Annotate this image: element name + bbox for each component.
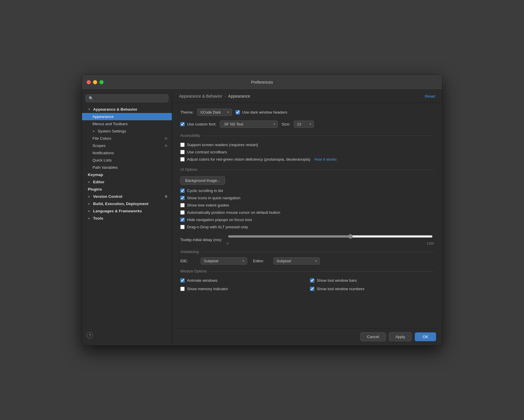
- sidebar-item-plugins[interactable]: Plugins: [82, 186, 172, 193]
- copy-icon: ⧉: [165, 137, 167, 140]
- sidebar: 🔍 Appearance & Behavior Appearance Menus…: [82, 90, 172, 345]
- dark-headers-checkbox[interactable]: [236, 110, 240, 114]
- sidebar-item-appearance[interactable]: Appearance: [82, 113, 172, 120]
- sidebar-item-notifications[interactable]: Notifications: [82, 149, 172, 157]
- color-deficiency-checkbox[interactable]: [180, 157, 185, 161]
- show-memory-checkbox[interactable]: [180, 287, 185, 291]
- font-row: Use custom font: .SF NS Text Size: 13 11…: [180, 121, 434, 128]
- sidebar-item-label: Languages & Frameworks: [93, 209, 142, 213]
- font-size-select-wrapper: 13 11 12 14 16: [294, 121, 314, 128]
- sidebar-item-system-settings[interactable]: System Settings: [82, 128, 172, 135]
- sidebar-item-menus-toolbars[interactable]: Menus and Toolbars: [82, 120, 172, 128]
- preferences-window: Preferences 🔍 Appearance & Behavior Appe…: [82, 74, 442, 346]
- tree-indent-guides-label: Show tree indent guides: [187, 203, 229, 207]
- color-deficiency-label: Adjust colors for red-green vision defic…: [187, 157, 310, 161]
- breadcrumb-separator: ›: [224, 94, 226, 98]
- sidebar-item-languages-frameworks[interactable]: Languages & Frameworks: [82, 207, 172, 215]
- accessibility-header-text: Accessibility: [180, 134, 200, 138]
- ui-options-section-header: UI Options: [180, 168, 434, 172]
- sidebar-item-file-colors[interactable]: File Colors ⧉: [82, 135, 172, 142]
- font-size-select[interactable]: 13 11 12 14 16: [294, 121, 314, 128]
- icons-quick-nav-label: Show icons in quick navigation: [187, 196, 240, 200]
- dark-headers-row[interactable]: Use dark window headers: [236, 110, 287, 114]
- reset-button[interactable]: Reset: [425, 94, 435, 98]
- sidebar-item-editor[interactable]: Editor: [82, 178, 172, 186]
- contrast-scrollbars-row: Use contrast scrollbars: [180, 148, 434, 156]
- font-select[interactable]: .SF NS Text: [220, 121, 278, 128]
- window-options-grid: Animate windows Show tool window bars Sh…: [180, 277, 434, 292]
- breadcrumb-current: Appearance: [228, 94, 250, 98]
- main-panel: Appearance & Behavior › Appearance Reset…: [172, 90, 442, 345]
- sidebar-item-path-variables[interactable]: Path Variables: [82, 164, 172, 171]
- cancel-button[interactable]: Cancel: [360, 332, 386, 341]
- apply-button[interactable]: Apply: [389, 332, 412, 341]
- window-title: Preferences: [251, 80, 273, 85]
- sidebar-item-quick-lists[interactable]: Quick Lists: [82, 157, 172, 164]
- sidebar-item-appearance-behavior[interactable]: Appearance & Behavior: [82, 106, 172, 113]
- color-deficiency-row: Adjust colors for red-green vision defic…: [180, 156, 434, 163]
- editor-aa-select[interactable]: Subpixel Greyscale None: [273, 257, 320, 265]
- screen-readers-checkbox[interactable]: [180, 143, 185, 147]
- minimize-button[interactable]: [93, 80, 97, 84]
- background-image-button[interactable]: Background Image...: [180, 176, 225, 185]
- cyclic-scrolling-row: Cyclic scrolling in list: [180, 187, 434, 194]
- icons-quick-nav-row: Show icons in quick navigation: [180, 194, 434, 202]
- section-divider: [210, 271, 434, 272]
- custom-font-row[interactable]: Use custom font:: [180, 122, 216, 126]
- contrast-scrollbars-checkbox[interactable]: [180, 150, 185, 154]
- contrast-scrollbars-label: Use contrast scrollbars: [187, 150, 227, 154]
- hide-nav-popups-row: Hide navigation popups on focus loss: [180, 216, 434, 223]
- auto-position-mouse-checkbox[interactable]: [180, 210, 185, 215]
- show-tool-window-numbers-checkbox[interactable]: [310, 287, 314, 291]
- section-divider: [202, 252, 434, 252]
- search-input[interactable]: [95, 96, 165, 100]
- dark-headers-label: Use dark window headers: [242, 110, 287, 114]
- footer: Cancel Apply OK: [172, 328, 442, 345]
- tree-indent-guides-checkbox[interactable]: [180, 203, 185, 207]
- cyclic-scrolling-checkbox[interactable]: [180, 189, 185, 193]
- theme-row: Theme: XCode Dark Darcula High Contrast …: [180, 109, 434, 116]
- sidebar-item-label: Plugins: [88, 187, 102, 191]
- sidebar-item-label: Build, Execution, Deployment: [93, 202, 149, 206]
- sidebar-item-build-execution[interactable]: Build, Execution, Deployment: [82, 200, 172, 207]
- antialiasing-header-text: Antialiasing: [180, 250, 199, 254]
- slider-labels: 0 1200: [227, 242, 434, 245]
- custom-font-checkbox[interactable]: [180, 122, 185, 126]
- theme-select-wrapper: XCode Dark Darcula High Contrast Light: [197, 109, 232, 116]
- sidebar-search-box[interactable]: 🔍: [85, 94, 168, 102]
- hide-nav-popups-checkbox[interactable]: [180, 218, 185, 222]
- expand-arrow-icon: [88, 108, 91, 111]
- show-tool-window-numbers-label: Show tool window numbers: [317, 287, 364, 291]
- tooltip-slider-container: 0 1200: [227, 234, 434, 245]
- custom-font-label: Use custom font:: [187, 122, 216, 126]
- sidebar-item-scopes[interactable]: Scopes ⧉: [82, 142, 172, 149]
- tooltip-slider[interactable]: [228, 234, 433, 239]
- sidebar-item-tools[interactable]: Tools: [82, 215, 172, 222]
- animate-windows-checkbox[interactable]: [180, 278, 185, 283]
- show-tool-window-bars-checkbox[interactable]: [310, 278, 314, 283]
- sidebar-item-label: System Settings: [98, 129, 126, 133]
- drag-alt-checkbox[interactable]: [180, 225, 185, 229]
- sidebar-item-label: Editor: [93, 180, 104, 184]
- ide-aa-label: IDE:: [180, 259, 195, 263]
- how-it-works-link[interactable]: How it works: [314, 157, 337, 161]
- close-button[interactable]: [87, 80, 91, 84]
- antialiasing-section-header: Antialiasing: [180, 250, 434, 254]
- ok-button[interactable]: OK: [415, 332, 436, 341]
- sidebar-item-version-control[interactable]: Version Control ⧉: [82, 193, 172, 200]
- traffic-lights: [87, 80, 104, 84]
- theme-select[interactable]: XCode Dark Darcula High Contrast Light: [197, 109, 232, 116]
- help-button[interactable]: ?: [87, 332, 93, 338]
- settings-content: Theme: XCode Dark Darcula High Contrast …: [172, 103, 442, 328]
- ide-aa-select[interactable]: Subpixel Greyscale None: [201, 257, 247, 265]
- maximize-button[interactable]: [99, 80, 104, 84]
- sidebar-item-keymap[interactable]: Keymap: [82, 171, 172, 178]
- copy-icon: ⧉: [165, 195, 167, 198]
- breadcrumb-bar: Appearance & Behavior › Appearance Reset: [172, 90, 442, 103]
- drag-alt-row: Drag-n-Drop with ALT pressed only: [180, 223, 434, 231]
- expand-arrow-icon: [88, 209, 91, 213]
- expand-arrow-icon: [88, 195, 91, 198]
- expand-arrow-icon: [88, 202, 91, 205]
- icons-quick-nav-checkbox[interactable]: [180, 196, 185, 200]
- cyclic-scrolling-label: Cyclic scrolling in list: [187, 189, 223, 193]
